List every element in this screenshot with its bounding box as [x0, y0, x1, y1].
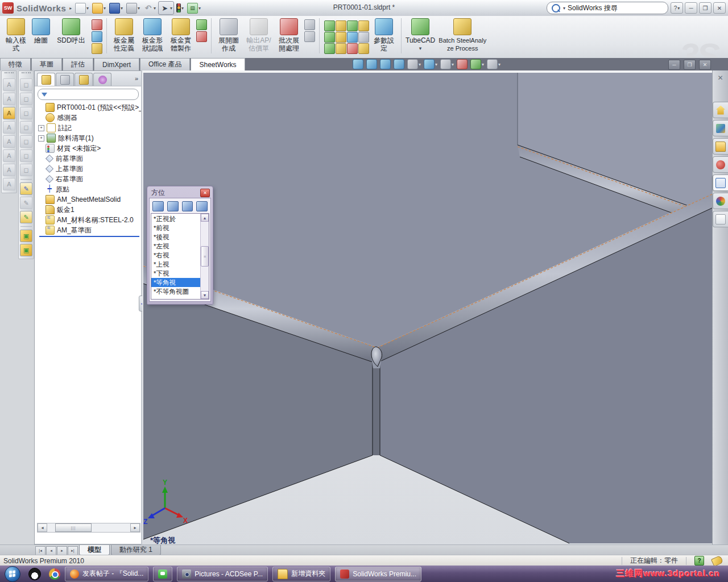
view-cube-5-icon[interactable]: ◻ [20, 135, 32, 148]
tree-item[interactable]: +除料清單(1) [37, 133, 142, 143]
sheetworks-grid-tool-4-icon[interactable] [358, 20, 369, 31]
view-item[interactable]: *下視 [151, 269, 200, 278]
orientation-scroll-up[interactable]: ▲ [201, 214, 209, 222]
propertymanager-tab[interactable] [56, 73, 74, 86]
small-tool-3-icon[interactable] [92, 43, 102, 54]
rollback-bar[interactable] [39, 236, 139, 237]
sheetworks-grid-tool-7-icon[interactable] [347, 32, 358, 43]
display-style-icon[interactable] [424, 59, 435, 69]
tubecad-dropdown-icon[interactable]: ▾ [419, 45, 422, 51]
help-button[interactable]: ?▾ [671, 2, 683, 14]
selection-filter-dropdown-icon[interactable]: ▾ [181, 6, 184, 11]
small-tool-6-icon[interactable] [304, 19, 315, 30]
sheetworks-grid-tool-10-icon[interactable] [336, 43, 346, 54]
ribbon-parameter-settings-button[interactable]: 參數設定 [371, 18, 397, 52]
graphics-area[interactable]: Y X Z *等角視 方位 ✕ *正視於*前視*後視*左視*右視*上視*下視*等… [142, 70, 712, 544]
acdsee-task[interactable]: Pictures - ACDSee P... [177, 567, 268, 581]
print-dropdown-icon[interactable]: ▾ [138, 6, 140, 11]
solidworks-task[interactable]: SolidWorks Premiu... [335, 567, 421, 581]
view-orientation-icon[interactable] [407, 59, 418, 69]
zoom-fit-icon[interactable] [353, 59, 363, 69]
custom-properties-tab[interactable] [713, 211, 728, 227]
featuremanager-tree-tab[interactable] [37, 73, 55, 86]
tab-草圖[interactable]: 草圖 [31, 58, 62, 70]
orientation-scroll-down[interactable]: ▼ [201, 291, 209, 299]
undo-button[interactable]: ↶▾ [142, 2, 157, 14]
ribbon-flat-pattern-button[interactable]: 展開圖作成 [216, 18, 242, 52]
tree-item[interactable]: 右基準面 [37, 174, 142, 184]
selection-filter-button[interactable]: ▾ [175, 2, 185, 14]
model-tab[interactable]: 模型 [79, 545, 110, 555]
tree-item[interactable]: AM_基準面 [37, 225, 142, 235]
view-cube-4-icon[interactable]: ◻ [20, 121, 32, 134]
view-palette-tab[interactable] [713, 174, 728, 191]
ribbon-sdd-call-button[interactable]: SDD呼出 [53, 18, 89, 44]
sheetworks-grid-tool-11-icon[interactable] [347, 43, 358, 54]
expand-icon[interactable]: + [38, 135, 44, 142]
restore-button[interactable]: ❐ [699, 2, 712, 14]
hide-show-items-icon[interactable] [440, 59, 451, 69]
ribbon-tubecad-button[interactable]: TubeCAD ▾ [406, 18, 435, 51]
motion-study-tab[interactable]: 動作研究 1 [111, 545, 161, 555]
view-item[interactable]: *後視 [151, 232, 200, 242]
options-dropdown-icon[interactable]: ▾ [198, 6, 201, 11]
dimxpertmanager-tab[interactable] [93, 73, 111, 86]
close-button[interactable]: ✕ [713, 2, 726, 14]
update-standard-views-icon[interactable] [167, 201, 179, 211]
view-cube-3-icon[interactable]: ◻ [20, 107, 32, 119]
apply-scene-dropdown-icon[interactable]: ▾ [482, 62, 484, 67]
new-note-icon[interactable]: A [3, 78, 15, 91]
view-item[interactable]: *上視 [151, 260, 200, 269]
view-settings-dropdown-icon[interactable]: ▾ [498, 62, 500, 67]
tag-icon[interactable] [711, 555, 723, 566]
open-table-icon[interactable]: A [3, 107, 15, 119]
design-library-tab[interactable] [713, 120, 728, 136]
next-tab-button[interactable]: ▸ [57, 546, 67, 555]
tree-item[interactable]: AM_SheetMetalSolid [37, 194, 142, 205]
orientation-dialog-titlebar[interactable]: 方位 ✕ [149, 188, 211, 198]
small-tool-2-icon[interactable] [92, 31, 102, 42]
orientation-close-button[interactable]: ✕ [200, 189, 210, 197]
tree-item[interactable]: 前基準面 [37, 153, 142, 164]
ribbon-sheetmetal-shape-button[interactable]: 板金形狀認識 [139, 18, 166, 52]
new-view-icon[interactable] [152, 201, 164, 211]
add-note-icon[interactable]: A [3, 121, 15, 134]
ribbon-sheetmetal-body-button[interactable]: 板金實體製作 [168, 18, 194, 52]
display-style-dropdown-icon[interactable]: ▾ [435, 62, 437, 67]
tab-特徵[interactable]: 特徵 [0, 58, 31, 70]
view-orientation-dropdown-icon[interactable]: ▾ [419, 62, 421, 67]
select-dropdown-icon[interactable]: ▾ [170, 6, 172, 11]
ribbon-batch-steelanalyze-button[interactable]: Batch SteelAnalyze Process [437, 18, 487, 52]
solidworks-search-tab[interactable] [713, 156, 728, 173]
scroll-left-arrow[interactable]: ◂ [38, 523, 47, 532]
ribbon-batch-flatten-button[interactable]: 批次展開處理 [276, 18, 302, 52]
note-options-icon[interactable]: A [3, 135, 15, 148]
firefox-task[interactable]: 发表帖子 - 『Solid... [65, 567, 148, 581]
scroll-thumb[interactable]: ||| [55, 523, 92, 532]
new-button[interactable]: ▾ [74, 2, 90, 14]
quick-tips-icon[interactable]: ? [694, 556, 704, 566]
print-button[interactable]: ▾ [125, 2, 141, 14]
zoom-area-icon[interactable] [366, 59, 377, 69]
select-button[interactable]: ➤▾ [158, 1, 174, 15]
last-tab-button[interactable]: ▸| [68, 546, 78, 555]
small-tool-4-icon[interactable] [196, 19, 207, 30]
orientation-dialog[interactable]: 方位 ✕ *正視於*前視*後視*左視*右視*上視*下視*等角視*不等角視圖 ▲ … [147, 186, 213, 305]
sheetworks-grid-tool-9-icon[interactable] [324, 43, 335, 54]
new-dropdown-icon[interactable]: ▾ [86, 6, 89, 11]
sketch-icon[interactable]: ✎ [20, 182, 32, 195]
tab-SheetWorks[interactable]: SheetWorks [191, 58, 245, 70]
orientation-scroll-thumb[interactable]: ≡ [201, 246, 209, 267]
qq-icon[interactable] [28, 568, 41, 580]
folder-task[interactable]: 新增資料夾 [272, 567, 330, 581]
save-button[interactable]: ▾ [108, 2, 124, 14]
view-item[interactable]: *右視 [151, 251, 200, 260]
tab-Office 產品[interactable]: Office 產品 [140, 58, 190, 70]
doc-close-button[interactable]: ✕ [699, 60, 711, 70]
messenger-task[interactable] [153, 567, 172, 581]
task-pane-close-icon[interactable]: ✕ [717, 74, 723, 82]
insert-bends-icon[interactable]: ▣ [20, 230, 32, 242]
small-tool-5-icon[interactable] [196, 31, 207, 42]
tree-filter-input[interactable] [38, 89, 139, 100]
corner-relief-slot[interactable] [373, 361, 380, 455]
